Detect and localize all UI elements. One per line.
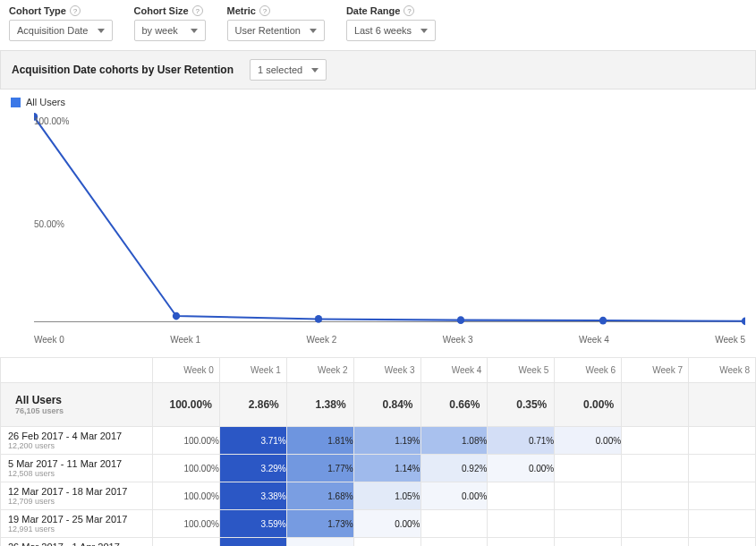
- summary-cell: 0.84%: [353, 383, 420, 427]
- cohort-cell: 100.00%: [153, 482, 220, 510]
- cohort-cell: 1.81%: [286, 427, 353, 455]
- date-range-value: Last 6 weeks: [354, 25, 412, 36]
- chart-point[interactable]: [173, 312, 180, 320]
- cohort-cell: [488, 482, 555, 510]
- chart-point[interactable]: [742, 317, 745, 325]
- metric-dropdown[interactable]: User Retention: [227, 20, 325, 41]
- metric-value: User Retention: [235, 25, 301, 36]
- column-header: Week 2: [286, 358, 353, 383]
- cohort-cell: 0.71%: [488, 427, 555, 455]
- legend-color-swatch: [11, 98, 21, 107]
- chevron-down-icon: [98, 29, 105, 33]
- cohort-cell: 0.00%: [488, 455, 555, 482]
- chart-line: [34, 116, 745, 320]
- column-header: Week 8: [689, 358, 756, 383]
- cohort-cell: 100.00%: [153, 510, 220, 538]
- legend-label: All Users: [26, 97, 65, 107]
- cohort-row-label: 26 Feb 2017 - 4 Mar 201712,200 users: [1, 427, 153, 455]
- cohort-cell: 0.92%: [420, 455, 488, 482]
- cohort-cell: [353, 538, 420, 547]
- chart-ytick: 50.00%: [34, 219, 64, 229]
- cohort-type-value: Acquisition Date: [17, 25, 89, 36]
- cohort-cell: [555, 538, 622, 547]
- chart-point[interactable]: [457, 316, 464, 324]
- summary-cell: [689, 383, 756, 427]
- summary-cell: [622, 383, 689, 427]
- cohort-cell: [689, 455, 756, 482]
- summary-cell: 2.86%: [219, 383, 286, 427]
- row-sublabel: 12,200 users: [8, 441, 145, 450]
- cohort-size-control: Cohort Size ? by week: [134, 5, 206, 41]
- chart-legend: All Users: [0, 90, 756, 107]
- cohort-cell: 100.00%: [153, 455, 220, 482]
- filter-controls: Cohort Type ? Acquisition Date Cohort Si…: [0, 0, 756, 50]
- cohort-cell: [488, 538, 555, 547]
- cohort-size-value: by week: [142, 25, 178, 36]
- cohort-type-dropdown[interactable]: Acquisition Date: [9, 20, 113, 41]
- chart-ytick: 100.00%: [34, 116, 69, 126]
- cohort-row-label: 26 Mar 2017 - 1 Apr 201713,608 users: [1, 538, 153, 547]
- help-icon[interactable]: ?: [259, 5, 270, 16]
- cohort-cell: 0.00%: [286, 538, 353, 547]
- cohort-cell: 1.05%: [353, 482, 420, 510]
- cohort-cell: [622, 510, 689, 538]
- series-selector-dropdown[interactable]: 1 selected: [250, 59, 327, 81]
- series-selector-value: 1 selected: [258, 64, 302, 75]
- metric-control: Metric ? User Retention: [227, 5, 325, 41]
- help-icon[interactable]: ?: [70, 5, 81, 16]
- chart-xtick: Week 4: [579, 335, 609, 345]
- help-icon[interactable]: ?: [403, 5, 414, 16]
- summary-sublabel: 76,105 users: [15, 406, 138, 415]
- cohort-cell: 3.38%: [219, 482, 286, 510]
- help-icon[interactable]: ?: [192, 5, 203, 16]
- row-label: 5 Mar 2017 - 11 Mar 2017: [8, 458, 145, 469]
- chart-xtick: Week 3: [443, 335, 473, 345]
- cohort-cell: [420, 510, 488, 538]
- chart-xtick: Week 5: [715, 335, 745, 345]
- summary-row-label: All Users76,105 users: [1, 383, 153, 427]
- cohort-cell: 3.59%: [219, 510, 286, 538]
- column-header: Week 0: [153, 358, 220, 383]
- chevron-down-icon: [310, 29, 317, 33]
- cohort-cell: [555, 510, 622, 538]
- date-range-dropdown[interactable]: Last 6 weeks: [346, 20, 436, 41]
- column-header: [1, 358, 153, 383]
- row-sublabel: 12,709 users: [8, 497, 145, 506]
- chart-points: [34, 113, 745, 325]
- column-header: Week 5: [488, 358, 555, 383]
- row-sublabel: 12,508 users: [8, 469, 145, 478]
- cohort-table-body: All Users76,105 users100.00%2.86%1.38%0.…: [1, 383, 756, 547]
- row-label: 26 Mar 2017 - 1 Apr 2017: [8, 542, 145, 546]
- column-header: Week 4: [420, 358, 488, 383]
- cohort-cell: 1.73%: [286, 510, 353, 538]
- cohort-size-dropdown[interactable]: by week: [134, 20, 206, 41]
- cohort-cell: [622, 427, 689, 455]
- cohort-cell: [622, 455, 689, 482]
- retention-line-chart: 100.00% 50.00%: [0, 107, 756, 331]
- cohort-row-label: 5 Mar 2017 - 11 Mar 201712,508 users: [1, 455, 153, 482]
- chart-point[interactable]: [315, 315, 322, 323]
- cohort-cell: [555, 482, 622, 510]
- column-header: Week 6: [555, 358, 622, 383]
- cohort-cell: [555, 455, 622, 482]
- chevron-down-icon: [311, 68, 319, 73]
- cohort-type-control: Cohort Type ? Acquisition Date: [9, 5, 113, 41]
- column-header: Week 7: [622, 358, 689, 383]
- cohort-cell: 100.00%: [153, 538, 220, 547]
- summary-label: All Users: [15, 394, 138, 406]
- chart-xtick: Week 2: [307, 335, 337, 345]
- cohort-cell: [689, 427, 756, 455]
- row-label: 19 Mar 2017 - 25 Mar 2017: [8, 514, 145, 525]
- cohort-cell: 1.08%: [420, 427, 488, 455]
- cohort-cell: 0.00%: [555, 427, 622, 455]
- column-header: Week 1: [219, 358, 286, 383]
- chart-point[interactable]: [599, 317, 607, 325]
- cohort-row-label: 12 Mar 2017 - 18 Mar 201712,709 users: [1, 482, 153, 510]
- cohort-cell: 1.19%: [353, 427, 420, 455]
- chart-svg: [34, 107, 745, 331]
- cohort-size-label: Cohort Size: [134, 5, 189, 16]
- cohort-cell: [689, 510, 756, 538]
- cohort-cell: 0.00%: [353, 510, 420, 538]
- row-label: 26 Feb 2017 - 4 Mar 2017: [8, 431, 145, 441]
- metric-label: Metric: [227, 5, 256, 16]
